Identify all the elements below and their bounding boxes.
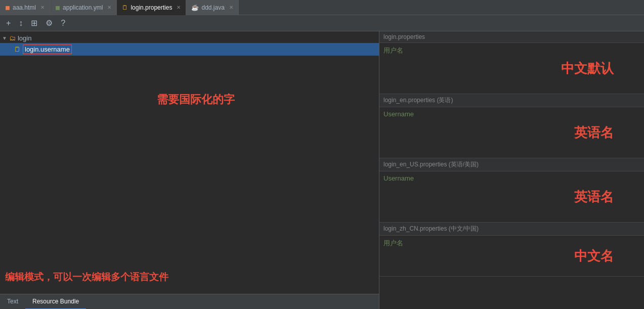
- sort-button[interactable]: ↕: [17, 18, 25, 29]
- bundle-header-en-us: login_en_US.properties (英语/美国): [379, 158, 644, 171]
- properties-icon: 🗒: [122, 4, 128, 11]
- tab-text[interactable]: Text: [0, 294, 25, 310]
- add-button[interactable]: +: [4, 18, 13, 29]
- bundle-content-en[interactable]: Username 英语名: [379, 107, 644, 158]
- tab-login-properties[interactable]: 🗒 login.properties ✕: [117, 0, 186, 15]
- properties-item-icon: 🗒: [14, 46, 21, 53]
- tab-close-application[interactable]: ✕: [107, 5, 111, 10]
- bundle-header-zh-cn: login_zh_CN.properties (中文/中国): [379, 223, 644, 236]
- bundle-content-zh-cn[interactable]: 用户名 中文名: [379, 236, 644, 276]
- annotation-en: 英语名: [574, 124, 614, 142]
- tab-aaa[interactable]: ◼ aaa.html ✕: [0, 0, 50, 15]
- copy-button[interactable]: ⊞: [29, 17, 39, 29]
- toolbar: + ↕ ⊞ ⚙ ?: [0, 15, 644, 31]
- bundle-content-default[interactable]: 用户名 中文默认: [379, 43, 644, 94]
- bundle-header-en: login_en.properties (英语): [379, 94, 644, 107]
- bundle-header-default: login.properties: [379, 31, 644, 43]
- bundle-section-zh-cn: login_zh_CN.properties (中文/中国) 用户名 中文名: [379, 223, 644, 277]
- tab-application[interactable]: ◼ application.yml ✕: [50, 0, 117, 15]
- right-panel: login.properties 用户名 中文默认 login_en.prope…: [379, 31, 644, 309]
- bundle-value-default: 用户名: [383, 46, 403, 55]
- settings-button[interactable]: ⚙: [44, 17, 55, 29]
- bundle-value-en-us: Username: [383, 174, 414, 182]
- tab-label: aaa.html: [13, 4, 36, 11]
- tab-close-ddd[interactable]: ✕: [229, 5, 233, 10]
- left-panel: ▼ 🗂 login 🗒 login.username 需要国际化的字 编辑模式，…: [0, 31, 379, 309]
- tree-arrow: ▼: [2, 35, 7, 41]
- bundle-section-en-us: login_en_US.properties (英语/美国) Username …: [379, 158, 644, 223]
- java-icon: ☕: [191, 4, 199, 11]
- tree-area: ▼ 🗂 login 🗒 login.username: [0, 31, 379, 294]
- tab-label: login.properties: [131, 4, 172, 11]
- bundle-section-default: login.properties 用户名 中文默认: [379, 31, 644, 94]
- tab-label: ddd.java: [201, 4, 224, 11]
- annotation-zh-cn: 中文名: [574, 247, 614, 265]
- tree-item-label: login.username: [23, 45, 72, 54]
- bottom-tabs: Text Resource Bundle: [0, 294, 379, 309]
- bundle-content-en-us[interactable]: Username 英语名: [379, 171, 644, 222]
- tab-label: application.yml: [63, 4, 103, 11]
- help-button[interactable]: ?: [59, 18, 67, 29]
- tab-close-aaa[interactable]: ✕: [40, 5, 45, 10]
- bundle-section-en: login_en.properties (英语) Username 英语名: [379, 94, 644, 158]
- yaml-icon: ◼: [55, 4, 60, 11]
- folder-icon: 🗂: [9, 34, 16, 42]
- tree-root-label: login: [18, 34, 31, 42]
- html-icon: ◼: [5, 4, 10, 11]
- annotation-en-us: 英语名: [574, 188, 614, 206]
- tree-root-login[interactable]: ▼ 🗂 login: [0, 33, 379, 43]
- tab-close-login[interactable]: ✕: [177, 5, 181, 10]
- bundle-value-zh-cn: 用户名: [383, 239, 403, 248]
- bundle-value-en: Username: [383, 110, 414, 118]
- tree-item-login-username[interactable]: 🗒 login.username: [0, 43, 379, 56]
- tab-ddd-java[interactable]: ☕ ddd.java ✕: [186, 0, 238, 15]
- annotation-chinese-default: 中文默认: [561, 60, 614, 77]
- tab-resource-bundle[interactable]: Resource Bundle: [25, 294, 86, 310]
- tab-bar: ◼ aaa.html ✕ ◼ application.yml ✕ 🗒 login…: [0, 0, 644, 15]
- main-area: ▼ 🗂 login 🗒 login.username 需要国际化的字 编辑模式，…: [0, 31, 644, 309]
